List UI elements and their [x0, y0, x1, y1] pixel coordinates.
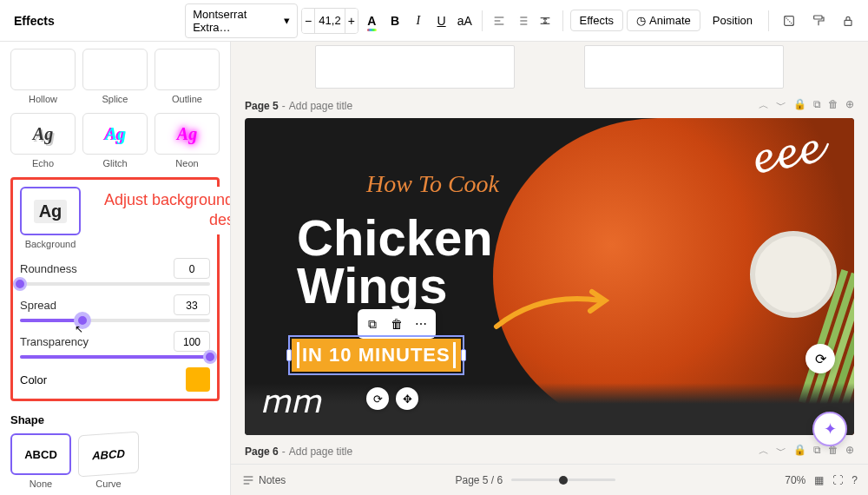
- shape-labels: None Curve: [10, 478, 220, 489]
- more-button[interactable]: ⋯: [410, 313, 432, 335]
- delete-button[interactable]: 🗑: [385, 313, 408, 335]
- chevron-down-icon: ▾: [284, 14, 290, 27]
- page-6-actions: ︿ ﹀ 🔒 ⧉ 🗑 ⊕: [759, 444, 854, 459]
- spread-thumb[interactable]: ↖: [74, 312, 91, 329]
- roundness-value[interactable]: 0: [174, 258, 210, 279]
- color-swatch[interactable]: [186, 367, 210, 392]
- prev-page-thumb[interactable]: [315, 45, 515, 89]
- font-size-decrease[interactable]: −: [302, 9, 314, 33]
- roundness-track[interactable]: [20, 282, 210, 286]
- page-indicator[interactable]: Page 5 / 6: [455, 474, 503, 486]
- effect-neon[interactable]: Ag: [155, 113, 220, 155]
- duplicate-icon[interactable]: ⧉: [813, 98, 821, 113]
- page-6-label: Page 6: [245, 446, 279, 458]
- rotate-button[interactable]: ⟳: [366, 387, 389, 410]
- label-echo: Echo: [10, 158, 76, 168]
- shape-curve[interactable]: ABCD: [78, 432, 139, 478]
- text-color-button[interactable]: A: [362, 8, 382, 34]
- transparency-slider[interactable]: Transparency 100: [20, 331, 210, 359]
- transparency-icon: [782, 14, 796, 28]
- grid-view-icon[interactable]: ▦: [814, 474, 824, 486]
- lock-icon[interactable]: 🔒: [793, 444, 806, 459]
- position-button[interactable]: Position: [704, 10, 761, 30]
- add-page-icon[interactable]: ⊕: [845, 444, 854, 459]
- lock-icon: [841, 14, 855, 28]
- copy-style-button[interactable]: [806, 8, 832, 34]
- text-howto[interactable]: How To Cook: [366, 170, 499, 198]
- page-indicator-group: Page 5 / 6: [455, 474, 615, 486]
- text-case-button[interactable]: aA: [455, 8, 475, 34]
- lock-icon[interactable]: 🔒: [793, 98, 806, 113]
- main-area: Hollow Splice Outline Ag Ag Ag Echo Glit…: [0, 42, 868, 495]
- label-glitch: Glitch: [82, 158, 148, 168]
- font-size-stepper: − +: [301, 8, 358, 34]
- shape-none[interactable]: ABCD: [10, 433, 71, 475]
- font-size-increase[interactable]: +: [345, 9, 358, 33]
- duplicate-icon[interactable]: ⧉: [813, 444, 821, 459]
- page-title-placeholder[interactable]: Add page title: [289, 100, 352, 112]
- transparency-thumb[interactable]: [203, 350, 217, 364]
- label-splice: Splice: [82, 94, 148, 104]
- bg-tile-glyph: Ag: [34, 200, 68, 223]
- effect-hollow[interactable]: [10, 49, 76, 90]
- notes-icon: [241, 473, 255, 487]
- transparency-track[interactable]: [20, 355, 210, 359]
- trash-icon[interactable]: 🗑: [828, 98, 838, 113]
- design-canvas[interactable]: 𝓮𝓮𝓮 𝘮𝘮 How To Cook Chicken Wings ⧉ 🗑 ⋯ I…: [245, 118, 854, 435]
- divider: [562, 10, 563, 31]
- spread-slider[interactable]: Spread 33 ↖: [20, 294, 210, 322]
- underline-button[interactable]: U: [431, 8, 451, 34]
- roundness-thumb[interactable]: [13, 277, 27, 291]
- zoom-slider[interactable]: [511, 478, 615, 481]
- page-up-icon[interactable]: ︿: [759, 98, 769, 113]
- effect-outline[interactable]: [155, 49, 220, 90]
- font-family-select[interactable]: Montserrat Extra… ▾: [185, 3, 298, 38]
- font-size-input[interactable]: [314, 9, 345, 33]
- text-badge[interactable]: IN 10 MINUTES: [292, 339, 461, 372]
- spread-value[interactable]: 33: [174, 294, 210, 315]
- resize-handle-right[interactable]: [461, 349, 466, 361]
- spread-track[interactable]: ↖: [20, 319, 210, 322]
- spacing-button[interactable]: [536, 8, 556, 34]
- text-main[interactable]: Chicken Wings: [297, 214, 493, 309]
- scribble-top-right: 𝓮𝓮𝓮: [746, 130, 821, 174]
- roundness-slider[interactable]: Roundness 0: [20, 258, 210, 286]
- transparency-button[interactable]: [776, 8, 802, 34]
- dash: -: [282, 100, 286, 112]
- zoom-thumb[interactable]: [559, 476, 568, 485]
- svg-rect-2: [845, 20, 852, 25]
- zoom-value[interactable]: 70%: [785, 474, 806, 486]
- effect-echo[interactable]: Ag: [10, 113, 76, 155]
- align-button[interactable]: [489, 8, 509, 34]
- animate-button[interactable]: ◷ Animate: [627, 10, 700, 31]
- italic-button[interactable]: I: [408, 8, 428, 34]
- move-button[interactable]: ✥: [396, 387, 418, 410]
- duplicate-button[interactable]: ⧉: [361, 313, 384, 335]
- page-up-icon[interactable]: ︿: [759, 444, 769, 459]
- page-title-placeholder-6[interactable]: Add page title: [289, 446, 352, 458]
- magic-fab[interactable]: ✦: [812, 412, 847, 446]
- trash-icon[interactable]: 🗑: [828, 444, 838, 459]
- label-outline: Outline: [155, 94, 220, 104]
- cursor-icon: ↖: [75, 323, 83, 335]
- notes-button[interactable]: Notes: [241, 473, 286, 487]
- align-icon: [492, 14, 506, 28]
- selected-text-element[interactable]: IN 10 MINUTES: [288, 335, 464, 375]
- page-down-icon[interactable]: ﹀: [776, 98, 786, 113]
- page-down-icon[interactable]: ﹀: [776, 444, 786, 459]
- prev-page-thumb[interactable]: [584, 45, 784, 89]
- effect-background[interactable]: Ag: [20, 187, 81, 235]
- effect-splice[interactable]: [82, 49, 148, 90]
- transparency-value[interactable]: 100: [174, 331, 210, 352]
- effect-glitch[interactable]: Ag: [82, 113, 148, 155]
- effects-button[interactable]: Effects: [570, 10, 624, 31]
- lock-button[interactable]: [835, 8, 861, 34]
- add-page-icon[interactable]: ⊕: [845, 98, 854, 113]
- help-icon[interactable]: ?: [852, 474, 858, 486]
- bold-button[interactable]: B: [385, 8, 405, 34]
- previous-pages-strip: [231, 42, 868, 93]
- fullscreen-icon[interactable]: ⛶: [832, 474, 843, 486]
- text-main-line1: Chicken: [297, 214, 493, 261]
- divider: [768, 10, 769, 31]
- list-button[interactable]: [512, 8, 532, 34]
